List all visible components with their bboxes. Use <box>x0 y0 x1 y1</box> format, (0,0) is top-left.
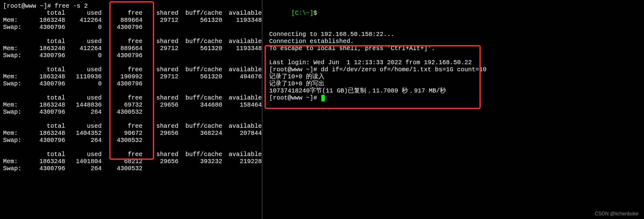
mem-shared: 29656 <box>142 130 178 137</box>
free-header-row: totalusedfreesharedbuff/cacheavailable <box>3 38 262 45</box>
swap-label: Swap: <box>3 80 36 87</box>
mem-buffcache: 368224 <box>178 130 222 137</box>
swap-label: Swap: <box>3 137 36 144</box>
swap-free: 4300532 <box>102 165 142 172</box>
col-available: available <box>222 38 262 45</box>
left-prompt: [root@www ~]# free -s 2 <box>3 2 262 10</box>
col-free: free <box>102 94 142 101</box>
terminal-line: 10737418240字节(11 GB)已复制，11.7089 秒，917 MB… <box>269 87 644 94</box>
swap-free: 4300532 <box>102 137 142 144</box>
cursor <box>321 95 325 101</box>
col-total: total <box>36 38 65 45</box>
mem-shared: 29656 <box>142 158 178 165</box>
mem-total: 1863248 <box>36 45 65 52</box>
mem-available: 494676 <box>222 73 262 80</box>
mem-label: Mem: <box>3 17 36 24</box>
swap-free: 4300796 <box>102 24 142 31</box>
swap-row: Swap:43007962644300532 <box>3 137 262 144</box>
swap-label: Swap: <box>3 165 36 172</box>
mem-shared: 29656 <box>142 101 178 108</box>
free-snapshot: totalusedfreesharedbuff/cacheavailableMe… <box>3 94 262 115</box>
mem-label: Mem: <box>3 45 36 52</box>
mem-free: 190992 <box>102 73 142 80</box>
mem-total: 1863248 <box>36 17 65 24</box>
swap-used: 264 <box>65 165 102 172</box>
terminal-line: 记录了10+0 的读入 <box>269 73 644 80</box>
mem-free: 69732 <box>102 101 142 108</box>
mem-free: 90672 <box>102 130 142 137</box>
col-shared: shared <box>142 38 178 45</box>
mem-used: 1401804 <box>65 158 102 165</box>
mem-buffcache: 561320 <box>178 45 222 52</box>
mem-buffcache: 561320 <box>178 73 222 80</box>
col-available: available <box>222 94 262 101</box>
swap-free: 4300796 <box>102 80 142 87</box>
swap-row: Swap:43007962644300532 <box>3 165 262 172</box>
col-buffcache: buff/cache <box>178 123 222 130</box>
swap-free: 4300796 <box>102 52 142 59</box>
mem-label: Mem: <box>3 73 36 80</box>
free-snapshot: totalusedfreesharedbuff/cacheavailableMe… <box>3 151 262 172</box>
col-used: used <box>65 66 102 73</box>
swap-used: 0 <box>65 24 102 31</box>
col-used: used <box>65 38 102 45</box>
free-header-row: totalusedfreesharedbuff/cacheavailable <box>3 151 262 158</box>
free-header-row: totalusedfreesharedbuff/cacheavailable <box>3 123 262 130</box>
col-free: free <box>102 10 142 17</box>
mem-free: 889664 <box>102 45 142 52</box>
mem-buffcache: 344680 <box>178 101 222 108</box>
swap-total: 4300796 <box>36 108 65 115</box>
free-snapshot: totalusedfreesharedbuff/cacheavailableMe… <box>3 123 262 144</box>
free-snapshot: totalusedfreesharedbuff/cacheavailableMe… <box>3 66 262 87</box>
mem-used: 1404352 <box>65 130 102 137</box>
col-shared: shared <box>142 123 178 130</box>
mem-row: Mem:186324814018046821229656393232219228 <box>3 158 262 165</box>
swap-used: 264 <box>65 108 102 115</box>
mem-available: 158464 <box>222 101 262 108</box>
mem-buffcache: 561320 <box>178 17 222 24</box>
terminal-line: [root@www ~]# <box>269 94 644 101</box>
mem-free: 889664 <box>102 17 142 24</box>
col-buffcache: buff/cache <box>178 94 222 101</box>
terminal-split-screen: [root@www ~]# free -s 2 totalusedfreesha… <box>0 0 644 219</box>
col-used: used <box>65 10 102 17</box>
swap-label: Swap: <box>3 24 36 31</box>
right-terminal[interactable]: [C:\~]$ Connecting to 192.168.50.158:22.… <box>262 0 644 219</box>
mem-available: 219228 <box>222 158 262 165</box>
swap-row: Swap:43007962644300532 <box>3 108 262 115</box>
col-total: total <box>36 123 65 130</box>
col-shared: shared <box>142 66 178 73</box>
col-total: total <box>36 10 65 17</box>
free-snapshot: totalusedfreesharedbuff/cacheavailableMe… <box>3 38 262 59</box>
col-available: available <box>222 123 262 130</box>
left-terminal[interactable]: [root@www ~]# free -s 2 totalusedfreesha… <box>0 0 262 219</box>
swap-total: 4300796 <box>36 165 65 172</box>
col-buffcache: buff/cache <box>178 10 222 17</box>
mem-used: 1110936 <box>65 73 102 80</box>
swap-used: 264 <box>65 137 102 144</box>
watermark: CSDN @lichenboke <box>595 211 638 217</box>
right-old-prompt: [C:\~]$ <box>269 2 644 24</box>
col-free: free <box>102 66 142 73</box>
terminal-line <box>269 52 644 59</box>
swap-row: Swap:430079604300796 <box>3 80 262 87</box>
mem-available: 1193348 <box>222 17 262 24</box>
mem-row: Mem:186324814488366973229656344680158464 <box>3 101 262 108</box>
terminal-line: To escape to local shell, press 'Ctrl+Al… <box>269 45 644 52</box>
mem-total: 1863248 <box>36 158 65 165</box>
col-total: total <box>36 151 65 158</box>
mem-row: Mem:186324811109361909922971256132049467… <box>3 73 262 80</box>
mem-label: Mem: <box>3 158 36 165</box>
col-shared: shared <box>142 151 178 158</box>
col-buffcache: buff/cache <box>178 66 222 73</box>
col-available: available <box>222 66 262 73</box>
col-used: used <box>65 94 102 101</box>
col-used: used <box>65 151 102 158</box>
swap-label: Swap: <box>3 108 36 115</box>
mem-shared: 29712 <box>142 45 178 52</box>
col-free: free <box>102 151 142 158</box>
terminal-line: 记录了10+0 的写出 <box>269 80 644 87</box>
mem-shared: 29712 <box>142 17 178 24</box>
mem-label: Mem: <box>3 130 36 137</box>
col-total: total <box>36 94 65 101</box>
